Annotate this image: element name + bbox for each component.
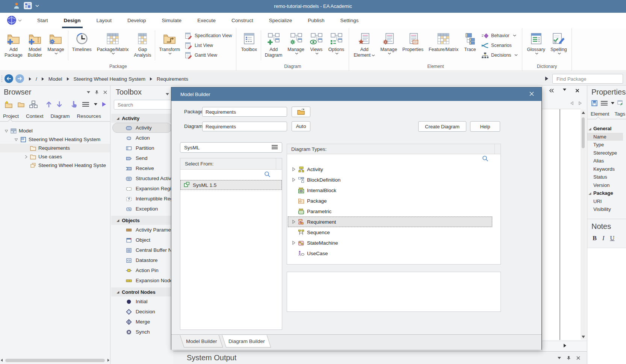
breadcrumb-item-model[interactable]: Model bbox=[48, 76, 62, 82]
browser-horizontal-scrollbar[interactable] bbox=[0, 358, 110, 363]
diagram-vertical-scrollbar[interactable] bbox=[581, 110, 586, 339]
dialog-tab-diagram-builder[interactable]: Diagram Builder bbox=[222, 335, 271, 347]
breadcrumb-item-requirements[interactable]: Requirements bbox=[157, 76, 188, 82]
diagram-type-blockdefinition[interactable]: BlockDefinition bbox=[288, 174, 492, 185]
tab-start[interactable]: Start bbox=[29, 13, 56, 28]
search-icon[interactable] bbox=[482, 155, 488, 163]
property-row-stereotype[interactable]: Stereotype bbox=[587, 149, 623, 157]
toolbox-section-activity[interactable]: ◢Activity bbox=[111, 114, 173, 123]
locate-button[interactable] bbox=[68, 99, 80, 109]
ribbon-package-matrix-button[interactable]: Package/Matrix bbox=[94, 29, 132, 63]
toolbox-item-action[interactable]: Action bbox=[112, 133, 172, 143]
create-diagram-button[interactable]: Create Diagram bbox=[418, 121, 466, 132]
property-row-visibility[interactable]: Visibility bbox=[587, 205, 623, 214]
package-input[interactable] bbox=[202, 107, 287, 117]
toolbox-item-synch[interactable]: Synch bbox=[112, 327, 172, 337]
ribbon-feature-matrix-button[interactable]: Feature/Matrix bbox=[426, 29, 461, 63]
toolbox-item-merge[interactable]: Merge bbox=[112, 317, 172, 327]
drag-grip[interactable] bbox=[1, 75, 3, 83]
menu-icon[interactable] bbox=[600, 101, 608, 106]
property-row-type[interactable]: Type bbox=[587, 141, 623, 149]
format-bold-button[interactable]: B bbox=[593, 235, 597, 242]
toolbox-search-box[interactable] bbox=[114, 100, 173, 110]
search-icon[interactable] bbox=[264, 171, 271, 179]
toolbox-item-interruptible-reg[interactable]: Interruptible Reg bbox=[112, 194, 172, 204]
scroll-up-icon[interactable] bbox=[582, 110, 585, 115]
play-button[interactable] bbox=[100, 99, 109, 109]
diagram-type-statemachine[interactable]: StateMachine bbox=[288, 238, 492, 248]
expander-right-icon[interactable] bbox=[290, 167, 297, 172]
scroll-right-icon[interactable] bbox=[107, 358, 110, 363]
property-row-name[interactable]: Name bbox=[587, 133, 623, 141]
find-package-input[interactable] bbox=[552, 74, 623, 84]
properties-tab-element[interactable]: Element bbox=[591, 111, 609, 119]
ribbon-views-button[interactable]: Views bbox=[307, 29, 326, 63]
tree-item-steering-wheel-heating-syste[interactable]: Steering Wheel Heating Syste bbox=[0, 161, 110, 170]
property-row-uri[interactable]: URI bbox=[587, 197, 623, 206]
diagram-type-usecase[interactable]: UseCase bbox=[288, 248, 492, 259]
tri-down-button[interactable] bbox=[92, 99, 100, 109]
tri-down-icon[interactable] bbox=[87, 91, 90, 93]
collapse-icon[interactable] bbox=[549, 89, 554, 93]
ribbon-behavior-button[interactable]: Behavior bbox=[481, 32, 518, 39]
scroll-down-icon[interactable] bbox=[582, 334, 585, 339]
property-row-version[interactable]: Version bbox=[587, 181, 623, 190]
ribbon-properties-button[interactable]: Properties bbox=[400, 29, 426, 63]
ribbon-spelling-button[interactable]: Spelling bbox=[548, 29, 570, 63]
model-structure-button[interactable] bbox=[27, 99, 40, 109]
ribbon-add-element-button[interactable]: Add Element bbox=[351, 29, 378, 63]
toolbox-item-expansion-regio[interactable]: Expansion Regio bbox=[112, 184, 172, 194]
tab-execute[interactable]: Execute bbox=[189, 13, 224, 28]
expander-open-icon[interactable] bbox=[3, 129, 9, 133]
up-arrow-button[interactable] bbox=[44, 99, 54, 109]
breadcrumb-item-steering-wheel-heating-system[interactable]: Steering Wheel Heating System bbox=[74, 76, 145, 82]
ribbon-decisions-button[interactable]: Decisions bbox=[481, 51, 518, 59]
ribbon-specification-view-button[interactable]: Specification View bbox=[185, 32, 232, 39]
ribbon-timelines-button[interactable]: Timelines bbox=[70, 29, 94, 63]
expander-closed-icon[interactable] bbox=[23, 155, 29, 159]
browser-tab-resources[interactable]: Resources bbox=[77, 113, 101, 121]
property-row-keywords[interactable]: Keywords bbox=[587, 165, 623, 173]
tab-publish[interactable]: Publish bbox=[300, 13, 332, 28]
diagram-canvas[interactable] bbox=[542, 109, 581, 340]
toolbox-item-initial[interactable]: Initial bbox=[112, 296, 172, 307]
expander-right-icon[interactable] bbox=[290, 177, 297, 182]
diagram-input[interactable] bbox=[202, 122, 287, 131]
toolbox-item-activity-paramet[interactable]: Activity Paramet bbox=[112, 225, 172, 235]
ribbon-scenarios-button[interactable]: Scenarios bbox=[481, 42, 518, 49]
tab-layout[interactable]: Layout bbox=[89, 13, 120, 28]
scrollbar-thumb[interactable] bbox=[5, 359, 105, 362]
dialog-tab-model-builder[interactable]: Model Builder bbox=[180, 335, 223, 347]
close-icon[interactable] bbox=[576, 356, 580, 360]
tree-item-steering-wheel-heating-system[interactable]: Steering Wheel Heating System bbox=[0, 135, 110, 144]
technology-item-sysml-1-5[interactable]: SysML 1.5 bbox=[180, 180, 282, 190]
forward-button[interactable] bbox=[15, 74, 24, 83]
ribbon-list-view-button[interactable]: List View bbox=[185, 42, 232, 49]
technology-combo[interactable]: SysML bbox=[180, 142, 282, 153]
ribbon-gap-analysis-button[interactable]: Gap Analysis bbox=[132, 29, 154, 63]
dialog-close-icon[interactable] bbox=[529, 92, 534, 97]
property-section-package[interactable]: ◢Package bbox=[587, 189, 623, 197]
tree-item-model[interactable]: Model bbox=[0, 126, 110, 135]
format-italic-button[interactable]: I bbox=[602, 235, 605, 242]
folder-button[interactable] bbox=[15, 99, 27, 109]
tri-down-icon[interactable] bbox=[611, 102, 614, 104]
toolbox-search-input[interactable] bbox=[118, 102, 173, 108]
close-icon[interactable] bbox=[103, 90, 107, 94]
toolbox-item-expansion-node[interactable]: Expansion Node bbox=[112, 275, 172, 286]
diagram-type-internalblock[interactable]: InternalBlock bbox=[288, 185, 492, 196]
toolbox-section-objects[interactable]: ◢Objects bbox=[111, 216, 173, 225]
pin-icon[interactable] bbox=[95, 90, 99, 95]
toolbox-item-activity[interactable]: Activity bbox=[112, 123, 172, 133]
ribbon-manage-button[interactable]: Manage bbox=[45, 29, 67, 63]
tri-down-icon[interactable] bbox=[166, 91, 169, 96]
browser-tab-diagram[interactable]: Diagram bbox=[51, 113, 70, 121]
ribbon-glossary-button[interactable]: Glossary bbox=[524, 29, 548, 63]
ribbon-model-builder-button[interactable]: Model Builder bbox=[25, 29, 45, 63]
toolbox-item-action-pin[interactable]: Action Pin bbox=[112, 265, 172, 275]
ribbon-transform-button[interactable]: Transform bbox=[156, 29, 183, 63]
expander-right-icon[interactable] bbox=[290, 240, 297, 245]
app-grid-icon[interactable] bbox=[24, 2, 32, 9]
tri-down-icon[interactable] bbox=[563, 89, 566, 93]
expander-right-icon[interactable] bbox=[290, 219, 297, 224]
